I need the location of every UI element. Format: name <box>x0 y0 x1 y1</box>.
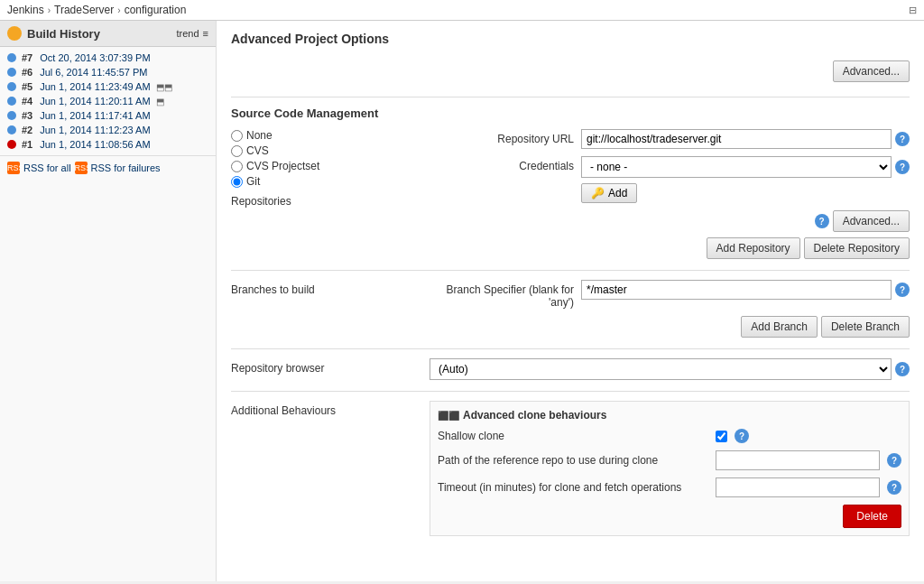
scm-section-title: Source Code Management <box>231 107 910 120</box>
repo-url-row: Repository URL ? <box>430 129 910 149</box>
add-label: Add <box>608 187 627 199</box>
build-num: #4 <box>22 96 32 107</box>
breadcrumb-sep-2: › <box>117 5 120 15</box>
sidebar-header: Build History trend ≡ <box>0 21 216 47</box>
scm-cvs-radio[interactable] <box>231 145 243 157</box>
advanced-repos-button[interactable]: Advanced... <box>833 210 910 232</box>
breadcrumb-configuration[interactable]: configuration <box>125 4 187 16</box>
build-status-dot <box>7 53 16 62</box>
advanced-clone-header[interactable]: ⬛⬛ Advanced clone behaviours <box>438 409 901 422</box>
scm-git-radio[interactable] <box>231 176 243 188</box>
breadcrumb: Jenkins › TradeServer › configuration ⊟ <box>0 0 924 21</box>
scm-none-radio[interactable] <box>231 130 243 142</box>
add-repository-button[interactable]: Add Repository <box>707 237 800 259</box>
build-num: #5 <box>22 81 32 92</box>
ref-repo-row: Path of the reference repo to use during… <box>438 450 901 470</box>
sidebar-title: Build History <box>7 26 100 41</box>
repo-url-input[interactable] <box>581 129 892 149</box>
repositories-label: Repositories <box>231 195 430 208</box>
build-link[interactable]: Oct 20, 2014 3:07:39 PM <box>40 52 150 63</box>
build-icon: ⬒ <box>156 97 164 107</box>
additional-behaviours-right: ⬛⬛ Advanced clone behaviours Shallow clo… <box>430 401 910 543</box>
shallow-clone-help-icon[interactable]: ? <box>735 429 749 443</box>
scm-none-option[interactable]: None <box>231 129 430 142</box>
branch-specifier-help-icon[interactable]: ? <box>895 283 910 297</box>
advanced-top-row: Advanced... <box>231 60 910 82</box>
delete-repository-button[interactable]: Delete Repository <box>804 237 910 259</box>
branches-label: Branches to build <box>231 280 375 296</box>
scm-section: Source Code Management None CVS <box>231 97 910 259</box>
build-link[interactable]: Jun 1, 2014 11:23:49 AM <box>40 81 150 92</box>
credentials-label: Credentials <box>430 156 574 172</box>
shallow-clone-row: Shallow clone ? <box>438 429 901 443</box>
additional-behaviours-section: Additional Behaviours ⬛⬛ Advanced clone … <box>231 391 910 543</box>
advanced-clone-title: Advanced clone behaviours <box>463 409 606 422</box>
delete-branch-button[interactable]: Delete Branch <box>821 316 910 338</box>
repo-browser-layout: Repository browser (Auto) ? <box>231 358 910 380</box>
key-icon: 🔑 <box>591 187 605 199</box>
branches-layout: Branches to build Branch Specifier (blan… <box>231 280 910 338</box>
build-history-label: Build History <box>27 27 100 41</box>
branch-specifier-label: Branch Specifier (blank for 'any') <box>430 280 574 309</box>
branch-specifier-control: ? <box>581 280 910 300</box>
delete-button[interactable]: Delete <box>843 505 901 528</box>
sun-icon <box>7 26 22 41</box>
add-branch-button[interactable]: Add Branch <box>741 316 818 338</box>
rss-all-link[interactable]: RSS for all <box>23 162 71 173</box>
build-num: #7 <box>22 52 32 63</box>
build-link[interactable]: Jun 1, 2014 11:12:23 AM <box>40 125 150 135</box>
credentials-row: Credentials - none - ? 🔑 <box>430 156 910 203</box>
credentials-control: - none - ? 🔑 Add <box>581 156 910 203</box>
branches-left: Branches to build <box>231 280 430 338</box>
timeout-input[interactable] <box>716 477 880 497</box>
delete-row: Delete <box>438 505 901 528</box>
credentials-add-button[interactable]: 🔑 Add <box>581 183 637 203</box>
rss-failures-icon: RSS <box>75 162 88 174</box>
scm-none-label: None <box>246 129 273 142</box>
advanced-clone-section: ⬛⬛ Advanced clone behaviours Shallow clo… <box>430 401 910 536</box>
build-status-dot <box>7 125 16 134</box>
repo-url-help-row: ? <box>581 129 910 149</box>
rss-links: RSS RSS for all RSS RSS for failures <box>0 155 216 180</box>
shallow-clone-label: Shallow clone <box>438 430 708 442</box>
build-list: #7 Oct 20, 2014 3:07:39 PM #6 Jul 6, 201… <box>0 47 216 155</box>
credentials-select[interactable]: - none - <box>581 156 892 178</box>
branch-specifier-input[interactable] <box>581 280 892 300</box>
page-title: Advanced Project Options <box>231 32 910 46</box>
repo-url-help-icon[interactable]: ? <box>895 132 910 146</box>
ref-repo-help-icon[interactable]: ? <box>887 453 901 468</box>
scm-git-option[interactable]: Git <box>231 175 430 188</box>
scm-cvs-option[interactable]: CVS <box>231 144 430 157</box>
scm-cvs-projectset-label: CVS Projectset <box>246 160 319 172</box>
timeout-label: Timeout (in minutes) for clone and fetch… <box>438 481 708 494</box>
timeout-help-icon[interactable]: ? <box>887 480 901 495</box>
scm-cvs-projectset-option[interactable]: CVS Projectset <box>231 160 430 172</box>
list-icon: ≡ <box>203 28 208 39</box>
ref-repo-input[interactable] <box>716 450 880 470</box>
breadcrumb-jenkins[interactable]: Jenkins <box>7 4 44 16</box>
build-status-dot <box>7 97 16 106</box>
sidebar-links: trend ≡ <box>177 28 209 39</box>
build-link[interactable]: Jun 1, 2014 11:08:56 AM <box>40 139 150 150</box>
repo-browser-help-icon[interactable]: ? <box>895 362 910 376</box>
credentials-select-wrapper: - none - ? <box>581 156 910 178</box>
rss-failures-link[interactable]: RSS for failures <box>91 162 161 173</box>
advanced-repos-help-icon[interactable]: ? <box>815 214 829 228</box>
repo-browser-label: Repository browser <box>231 358 375 375</box>
shallow-clone-checkbox[interactable] <box>716 431 727 442</box>
advanced-top-button[interactable]: Advanced... <box>833 60 910 82</box>
build-link[interactable]: Jul 6, 2014 11:45:57 PM <box>40 67 147 78</box>
repo-browser-select[interactable]: (Auto) <box>430 358 892 380</box>
breadcrumb-tradeserver[interactable]: TradeServer <box>54 4 114 16</box>
repo-browser-left: Repository browser <box>231 358 430 380</box>
trend-link[interactable]: trend <box>177 28 199 39</box>
repo-url-control: ? <box>581 129 910 149</box>
build-num: #6 <box>22 67 32 78</box>
build-link[interactable]: Jun 1, 2014 11:17:41 AM <box>40 110 150 121</box>
repo-add-delete-row: Add Repository Delete Repository <box>430 237 910 259</box>
additional-behaviours-layout: Additional Behaviours ⬛⬛ Advanced clone … <box>231 401 910 543</box>
build-link[interactable]: Jun 1, 2014 11:20:11 AM <box>40 96 150 107</box>
scm-cvs-projectset-radio[interactable] <box>231 161 243 172</box>
credentials-help-icon[interactable]: ? <box>895 160 910 174</box>
repo-browser-select-wrapper: (Auto) ? <box>430 358 910 380</box>
